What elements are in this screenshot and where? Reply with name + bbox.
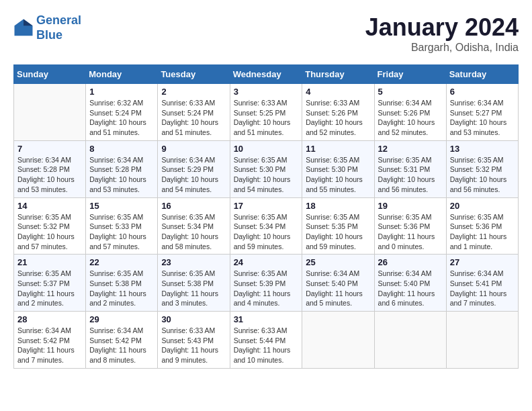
- day-number: 12: [378, 144, 443, 154]
- day-info: Sunrise: 6:35 AMSunset: 5:30 PMDaylight:…: [234, 155, 299, 195]
- day-of-week-sunday: Sunday: [14, 65, 86, 84]
- day-number: 21: [17, 257, 82, 267]
- day-number: 1: [89, 87, 154, 97]
- calendar-cell: 14Sunrise: 6:35 AMSunset: 5:32 PMDayligh…: [14, 197, 86, 255]
- day-of-week-monday: Monday: [86, 65, 158, 84]
- day-of-week-wednesday: Wednesday: [230, 65, 302, 84]
- calendar-cell: 6Sunrise: 6:34 AMSunset: 5:27 PMDaylight…: [446, 84, 518, 141]
- day-info: Sunrise: 6:34 AMSunset: 5:41 PMDaylight:…: [450, 269, 515, 308]
- day-info: Sunrise: 6:32 AMSunset: 5:24 PMDaylight:…: [89, 98, 154, 138]
- calendar-cell: 12Sunrise: 6:35 AMSunset: 5:31 PMDayligh…: [374, 140, 446, 197]
- calendar-cell: 8Sunrise: 6:34 AMSunset: 5:28 PMDaylight…: [86, 140, 158, 197]
- day-of-week-saturday: Saturday: [446, 65, 518, 84]
- day-of-week-thursday: Thursday: [302, 65, 374, 84]
- day-number: 2: [161, 87, 226, 97]
- day-number: 8: [89, 144, 154, 154]
- calendar-cell: 27Sunrise: 6:34 AMSunset: 5:41 PMDayligh…: [446, 255, 518, 312]
- day-info: Sunrise: 6:34 AMSunset: 5:29 PMDaylight:…: [161, 155, 226, 195]
- calendar-cell: 16Sunrise: 6:35 AMSunset: 5:34 PMDayligh…: [158, 197, 230, 255]
- day-number: 3: [234, 87, 299, 97]
- day-number: 4: [306, 87, 370, 97]
- calendar-cell: 19Sunrise: 6:35 AMSunset: 5:36 PMDayligh…: [374, 197, 446, 255]
- day-number: 29: [89, 314, 154, 324]
- calendar-cell: 4Sunrise: 6:33 AMSunset: 5:26 PMDaylight…: [302, 84, 374, 141]
- calendar-cell: 24Sunrise: 6:35 AMSunset: 5:39 PMDayligh…: [230, 255, 302, 312]
- calendar-cell: 23Sunrise: 6:35 AMSunset: 5:38 PMDayligh…: [158, 255, 230, 312]
- day-info: Sunrise: 6:33 AMSunset: 5:43 PMDaylight:…: [161, 326, 226, 365]
- calendar-cell: 2Sunrise: 6:33 AMSunset: 5:24 PMDaylight…: [158, 84, 230, 141]
- day-number: 22: [89, 257, 154, 267]
- day-info: Sunrise: 6:33 AMSunset: 5:26 PMDaylight:…: [306, 98, 370, 138]
- day-info: Sunrise: 6:34 AMSunset: 5:42 PMDaylight:…: [17, 326, 82, 365]
- day-number: 17: [234, 201, 299, 211]
- calendar-cell: 15Sunrise: 6:35 AMSunset: 5:33 PMDayligh…: [86, 197, 158, 255]
- day-number: 27: [450, 257, 515, 267]
- day-info: Sunrise: 6:35 AMSunset: 5:35 PMDaylight:…: [306, 212, 370, 252]
- day-number: 5: [378, 87, 443, 97]
- month-title: January 2024: [365, 13, 519, 42]
- day-info: Sunrise: 6:33 AMSunset: 5:24 PMDaylight:…: [161, 98, 226, 138]
- day-info: Sunrise: 6:35 AMSunset: 5:36 PMDaylight:…: [378, 212, 443, 252]
- day-info: Sunrise: 6:34 AMSunset: 5:27 PMDaylight:…: [450, 98, 515, 138]
- calendar-cell: 21Sunrise: 6:35 AMSunset: 5:37 PMDayligh…: [14, 255, 86, 312]
- day-number: 9: [161, 144, 226, 154]
- day-number: 6: [450, 87, 515, 97]
- calendar-cell: 29Sunrise: 6:34 AMSunset: 5:42 PMDayligh…: [86, 312, 158, 369]
- calendar-cell: 30Sunrise: 6:33 AMSunset: 5:43 PMDayligh…: [158, 312, 230, 369]
- logo-text: General Blue: [36, 13, 81, 42]
- calendar-cell: [302, 312, 374, 369]
- calendar-week-row: 1Sunrise: 6:32 AMSunset: 5:24 PMDaylight…: [14, 84, 519, 141]
- day-info: Sunrise: 6:35 AMSunset: 5:39 PMDaylight:…: [234, 269, 299, 308]
- day-info: Sunrise: 6:35 AMSunset: 5:36 PMDaylight:…: [450, 212, 515, 252]
- day-info: Sunrise: 6:34 AMSunset: 5:40 PMDaylight:…: [306, 269, 370, 308]
- day-info: Sunrise: 6:35 AMSunset: 5:31 PMDaylight:…: [378, 155, 443, 195]
- day-info: Sunrise: 6:35 AMSunset: 5:37 PMDaylight:…: [17, 269, 82, 308]
- svg-marker-1: [24, 19, 33, 26]
- day-info: Sunrise: 6:35 AMSunset: 5:32 PMDaylight:…: [17, 212, 82, 252]
- day-info: Sunrise: 6:34 AMSunset: 5:28 PMDaylight:…: [89, 155, 154, 195]
- day-info: Sunrise: 6:35 AMSunset: 5:38 PMDaylight:…: [161, 269, 226, 308]
- day-number: 15: [89, 201, 154, 211]
- calendar-cell: 5Sunrise: 6:34 AMSunset: 5:26 PMDaylight…: [374, 84, 446, 141]
- day-number: 24: [234, 257, 299, 267]
- calendar-cell: 10Sunrise: 6:35 AMSunset: 5:30 PMDayligh…: [230, 140, 302, 197]
- calendar-week-row: 21Sunrise: 6:35 AMSunset: 5:37 PMDayligh…: [14, 255, 519, 312]
- day-info: Sunrise: 6:35 AMSunset: 5:32 PMDaylight:…: [450, 155, 515, 195]
- day-number: 18: [306, 201, 370, 211]
- day-info: Sunrise: 6:34 AMSunset: 5:28 PMDaylight:…: [17, 155, 82, 195]
- day-number: 16: [161, 201, 226, 211]
- calendar-cell: [374, 312, 446, 369]
- calendar-cell: 1Sunrise: 6:32 AMSunset: 5:24 PMDaylight…: [86, 84, 158, 141]
- day-info: Sunrise: 6:34 AMSunset: 5:42 PMDaylight:…: [89, 326, 154, 365]
- calendar-cell: 18Sunrise: 6:35 AMSunset: 5:35 PMDayligh…: [302, 197, 374, 255]
- calendar-cell: 26Sunrise: 6:34 AMSunset: 5:40 PMDayligh…: [374, 255, 446, 312]
- day-number: 30: [161, 314, 226, 324]
- day-number: 14: [17, 201, 82, 211]
- calendar-cell: 31Sunrise: 6:33 AMSunset: 5:44 PMDayligh…: [230, 312, 302, 369]
- day-number: 19: [378, 201, 443, 211]
- calendar-header-row: SundayMondayTuesdayWednesdayThursdayFrid…: [14, 65, 519, 84]
- day-number: 25: [306, 257, 370, 267]
- calendar-cell: 11Sunrise: 6:35 AMSunset: 5:30 PMDayligh…: [302, 140, 374, 197]
- day-number: 13: [450, 144, 515, 154]
- calendar-week-row: 14Sunrise: 6:35 AMSunset: 5:32 PMDayligh…: [14, 197, 519, 255]
- day-info: Sunrise: 6:35 AMSunset: 5:30 PMDaylight:…: [306, 155, 370, 195]
- day-number: 7: [17, 144, 82, 154]
- calendar-cell: 28Sunrise: 6:34 AMSunset: 5:42 PMDayligh…: [14, 312, 86, 369]
- logo-icon: [13, 18, 34, 38]
- calendar-cell: 22Sunrise: 6:35 AMSunset: 5:38 PMDayligh…: [86, 255, 158, 312]
- calendar-week-row: 28Sunrise: 6:34 AMSunset: 5:42 PMDayligh…: [14, 312, 519, 369]
- calendar-cell: 7Sunrise: 6:34 AMSunset: 5:28 PMDaylight…: [14, 140, 86, 197]
- calendar-week-row: 7Sunrise: 6:34 AMSunset: 5:28 PMDaylight…: [14, 140, 519, 197]
- day-number: 31: [234, 314, 299, 324]
- day-of-week-friday: Friday: [374, 65, 446, 84]
- calendar-cell: [14, 84, 86, 141]
- day-info: Sunrise: 6:34 AMSunset: 5:26 PMDaylight:…: [378, 98, 443, 138]
- calendar-cell: 13Sunrise: 6:35 AMSunset: 5:32 PMDayligh…: [446, 140, 518, 197]
- calendar-cell: [446, 312, 518, 369]
- logo: General Blue: [13, 13, 81, 42]
- day-info: Sunrise: 6:35 AMSunset: 5:33 PMDaylight:…: [89, 212, 154, 252]
- calendar-table: SundayMondayTuesdayWednesdayThursdayFrid…: [13, 64, 519, 369]
- day-number: 26: [378, 257, 443, 267]
- calendar-cell: 20Sunrise: 6:35 AMSunset: 5:36 PMDayligh…: [446, 197, 518, 255]
